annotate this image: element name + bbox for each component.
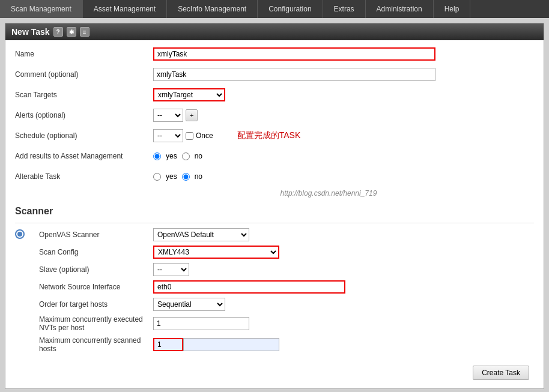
alterable-label: Alterable Task: [15, 172, 153, 181]
alerts-label: Alerts (optional): [15, 111, 153, 119]
once-checkbox[interactable]: [186, 132, 193, 140]
nav-asset-management[interactable]: Asset Management: [83, 0, 167, 18]
name-row: Name: [15, 46, 534, 62]
schedule-row: Schedule (optional) -- Once 配置完成的TASK: [15, 128, 534, 143]
footer-bar: Create Task: [15, 361, 534, 382]
watermark-text: http://blog.csdn.net/henni_719: [123, 189, 534, 198]
alterable-yes-radio[interactable]: [153, 173, 161, 181]
openvas-scanner-row: OpenVAS Scanner OpenVAS Default: [39, 228, 534, 241]
comment-input[interactable]: [153, 68, 435, 81]
add-results-yes-label: yes: [166, 152, 177, 160]
scanner-fields: OpenVAS Scanner OpenVAS Default Scan Con…: [39, 228, 534, 357]
help-icon[interactable]: ?: [53, 27, 63, 37]
max-nvts-label: Maximum concurrently executed NVTs per h…: [39, 315, 153, 332]
nav-scan-management[interactable]: Scan Management: [0, 0, 83, 18]
scan-targets-select[interactable]: xmlyTarget: [153, 88, 225, 101]
max-hosts-label: Maximum concurrently scanned hosts: [39, 336, 153, 353]
scan-config-label: Scan Config: [39, 248, 153, 256]
order-label: Order for target hosts: [39, 300, 153, 309]
order-select[interactable]: Sequential: [153, 298, 225, 311]
alerts-row: Alerts (optional) -- +: [15, 107, 534, 123]
max-nvts-row: Maximum concurrently executed NVTs per h…: [39, 315, 534, 332]
scan-targets-label: Scan Targets: [15, 91, 153, 99]
alterable-no-radio[interactable]: [182, 173, 190, 181]
scan-config-select[interactable]: XMLY443: [153, 246, 279, 259]
add-results-radios: yes no: [153, 152, 202, 160]
comment-row: Comment (optional): [15, 67, 534, 82]
order-row: Order for target hosts Sequential: [39, 298, 534, 311]
scanner-radio-inner: [17, 232, 22, 237]
alterable-radios: yes no: [153, 172, 202, 181]
page-background: New Task ? ✱ ≡ Name Comment (optional) S…: [0, 18, 549, 392]
scanner-radio-col: [15, 228, 39, 239]
annotation-text: 配置完成的TASK: [237, 130, 301, 141]
slave-label: Slave (optional): [39, 265, 153, 274]
name-label: Name: [15, 50, 153, 58]
slave-row: Slave (optional) --: [39, 263, 534, 276]
new-task-panel: New Task ? ✱ ≡ Name Comment (optional) S…: [5, 23, 544, 389]
comment-label: Comment (optional): [15, 70, 153, 79]
network-source-label: Network Source Interface: [39, 283, 153, 291]
nav-configuration[interactable]: Configuration: [258, 0, 323, 18]
add-results-label: Add results to Asset Management: [15, 152, 153, 160]
scanner-radio-indicator[interactable]: [15, 229, 25, 239]
alerts-controls: -- +: [153, 109, 198, 122]
scan-config-row: Scan Config XMLY443: [39, 246, 534, 259]
add-results-no-radio[interactable]: [182, 152, 190, 160]
network-source-row: Network Source Interface: [39, 280, 534, 294]
nav-extras[interactable]: Extras: [323, 0, 366, 18]
schedule-label: Schedule (optional): [15, 131, 153, 140]
add-results-no-label: no: [195, 152, 202, 160]
panel-header: New Task ? ✱ ≡: [5, 23, 544, 40]
section-divider: [15, 223, 534, 223]
list-icon[interactable]: ≡: [80, 27, 89, 37]
slave-select[interactable]: --: [153, 263, 189, 276]
openvas-scanner-label: OpenVAS Scanner: [39, 231, 153, 239]
scanner-section-title: Scanner: [15, 206, 534, 217]
alterable-no-label: no: [195, 172, 202, 181]
alterable-row: Alterable Task yes no: [15, 169, 534, 184]
max-nvts-input[interactable]: [153, 317, 249, 330]
max-hosts-input[interactable]: [153, 338, 183, 351]
add-alert-button[interactable]: +: [186, 109, 198, 121]
nav-help[interactable]: Help: [434, 0, 471, 18]
schedule-controls: -- Once: [153, 129, 213, 142]
network-source-input[interactable]: [153, 280, 345, 294]
nav-secinfo-management[interactable]: SecInfo Management: [167, 0, 258, 18]
openvas-scanner-select[interactable]: OpenVAS Default: [153, 228, 249, 241]
top-navigation: Scan Management Asset Management SecInfo…: [0, 0, 549, 18]
alerts-select[interactable]: --: [153, 109, 183, 122]
create-task-button[interactable]: Create Task: [473, 366, 529, 380]
schedule-select[interactable]: --: [153, 129, 183, 142]
add-results-row: Add results to Asset Management yes no: [15, 148, 534, 164]
panel-body: Name Comment (optional) Scan Targets xml…: [5, 40, 544, 388]
scan-targets-row: Scan Targets xmlyTarget: [15, 87, 534, 103]
alterable-yes-label: yes: [166, 172, 177, 181]
scanner-row: OpenVAS Scanner OpenVAS Default Scan Con…: [15, 228, 534, 357]
star-icon[interactable]: ✱: [67, 27, 76, 37]
add-results-yes-radio[interactable]: [153, 152, 161, 160]
name-input[interactable]: [153, 47, 435, 61]
once-label: Once: [196, 131, 213, 140]
max-hosts-extra-input[interactable]: [183, 338, 279, 351]
nav-administration[interactable]: Administration: [366, 0, 434, 18]
max-hosts-row: Maximum concurrently scanned hosts: [39, 336, 534, 353]
panel-title: New Task: [11, 27, 50, 37]
